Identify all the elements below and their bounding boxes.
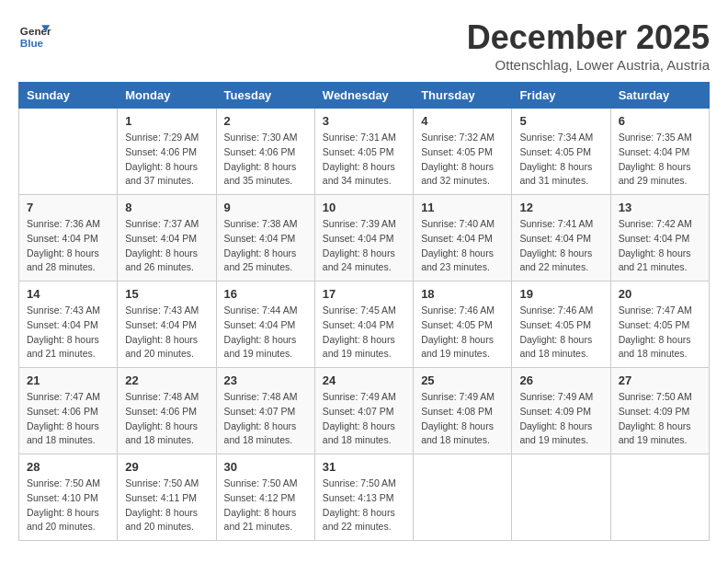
day-number: 16 bbox=[224, 287, 307, 301]
day-number: 15 bbox=[125, 287, 208, 301]
calendar-week-row: 1Sunrise: 7:29 AM Sunset: 4:06 PM Daylig… bbox=[19, 109, 710, 195]
weekday-header-tuesday: Tuesday bbox=[216, 83, 314, 109]
day-info: Sunrise: 7:47 AM Sunset: 4:06 PM Dayligh… bbox=[27, 390, 109, 448]
day-info: Sunrise: 7:30 AM Sunset: 4:06 PM Dayligh… bbox=[224, 131, 307, 189]
day-info: Sunrise: 7:50 AM Sunset: 4:11 PM Dayligh… bbox=[125, 477, 208, 534]
day-info: Sunrise: 7:37 AM Sunset: 4:04 PM Dayligh… bbox=[125, 217, 208, 275]
weekday-header-row: SundayMondayTuesdayWednesdayThursdayFrid… bbox=[19, 83, 710, 109]
day-number: 13 bbox=[619, 201, 701, 214]
calendar-day-cell bbox=[512, 454, 610, 541]
calendar-day-cell: 31Sunrise: 7:50 AM Sunset: 4:13 PM Dayli… bbox=[314, 454, 413, 541]
day-info: Sunrise: 7:42 AM Sunset: 4:04 PM Dayligh… bbox=[619, 217, 701, 275]
svg-text:Blue: Blue bbox=[20, 37, 44, 49]
day-number: 22 bbox=[125, 373, 208, 387]
day-number: 2 bbox=[224, 114, 307, 128]
day-number: 29 bbox=[125, 460, 208, 474]
day-info: Sunrise: 7:34 AM Sunset: 4:05 PM Dayligh… bbox=[519, 131, 602, 189]
day-number: 31 bbox=[323, 460, 405, 474]
day-info: Sunrise: 7:46 AM Sunset: 4:05 PM Dayligh… bbox=[421, 304, 504, 362]
page-header: General Blue December 2025 Ottenschlag, … bbox=[18, 18, 710, 73]
calendar-day-cell: 25Sunrise: 7:49 AM Sunset: 4:08 PM Dayli… bbox=[414, 368, 512, 454]
calendar-day-cell: 15Sunrise: 7:43 AM Sunset: 4:04 PM Dayli… bbox=[118, 282, 216, 368]
month-title: December 2025 bbox=[467, 18, 710, 57]
day-number: 8 bbox=[125, 201, 208, 214]
day-info: Sunrise: 7:50 AM Sunset: 4:10 PM Dayligh… bbox=[27, 477, 109, 534]
calendar-day-cell: 17Sunrise: 7:45 AM Sunset: 4:04 PM Dayli… bbox=[314, 282, 413, 368]
calendar-day-cell: 5Sunrise: 7:34 AM Sunset: 4:05 PM Daylig… bbox=[512, 109, 610, 195]
day-info: Sunrise: 7:40 AM Sunset: 4:04 PM Dayligh… bbox=[421, 217, 504, 275]
calendar-day-cell bbox=[414, 454, 512, 541]
day-number: 3 bbox=[323, 114, 405, 128]
day-info: Sunrise: 7:48 AM Sunset: 4:07 PM Dayligh… bbox=[224, 390, 307, 448]
location-title: Ottenschlag, Lower Austria, Austria bbox=[467, 57, 710, 73]
calendar-day-cell: 20Sunrise: 7:47 AM Sunset: 4:05 PM Dayli… bbox=[610, 282, 709, 368]
day-info: Sunrise: 7:39 AM Sunset: 4:04 PM Dayligh… bbox=[323, 217, 405, 275]
day-info: Sunrise: 7:47 AM Sunset: 4:05 PM Dayligh… bbox=[619, 304, 701, 362]
day-number: 5 bbox=[519, 114, 602, 128]
day-number: 10 bbox=[323, 201, 405, 214]
title-block: December 2025 Ottenschlag, Lower Austria… bbox=[467, 18, 710, 73]
day-info: Sunrise: 7:29 AM Sunset: 4:06 PM Dayligh… bbox=[125, 131, 208, 189]
day-number: 6 bbox=[619, 114, 701, 128]
calendar-day-cell: 8Sunrise: 7:37 AM Sunset: 4:04 PM Daylig… bbox=[118, 195, 216, 282]
day-number: 17 bbox=[323, 287, 405, 301]
calendar-day-cell: 6Sunrise: 7:35 AM Sunset: 4:04 PM Daylig… bbox=[610, 109, 709, 195]
day-number: 21 bbox=[27, 373, 109, 387]
day-number: 11 bbox=[421, 201, 504, 214]
calendar-day-cell bbox=[610, 454, 709, 541]
calendar-day-cell: 21Sunrise: 7:47 AM Sunset: 4:06 PM Dayli… bbox=[19, 368, 118, 454]
calendar-day-cell: 7Sunrise: 7:36 AM Sunset: 4:04 PM Daylig… bbox=[19, 195, 118, 282]
day-number: 4 bbox=[421, 114, 504, 128]
calendar-day-cell: 16Sunrise: 7:44 AM Sunset: 4:04 PM Dayli… bbox=[216, 282, 314, 368]
day-info: Sunrise: 7:49 AM Sunset: 4:09 PM Dayligh… bbox=[519, 390, 602, 448]
day-number: 23 bbox=[224, 373, 307, 387]
calendar-day-cell: 29Sunrise: 7:50 AM Sunset: 4:11 PM Dayli… bbox=[118, 454, 216, 541]
logo: General Blue bbox=[18, 18, 55, 52]
calendar-day-cell: 2Sunrise: 7:30 AM Sunset: 4:06 PM Daylig… bbox=[216, 109, 314, 195]
calendar-day-cell: 14Sunrise: 7:43 AM Sunset: 4:04 PM Dayli… bbox=[19, 282, 118, 368]
day-number: 20 bbox=[619, 287, 701, 301]
calendar-day-cell: 24Sunrise: 7:49 AM Sunset: 4:07 PM Dayli… bbox=[314, 368, 413, 454]
weekday-header-wednesday: Wednesday bbox=[314, 83, 413, 109]
day-info: Sunrise: 7:46 AM Sunset: 4:05 PM Dayligh… bbox=[519, 304, 602, 362]
day-info: Sunrise: 7:50 AM Sunset: 4:13 PM Dayligh… bbox=[323, 477, 405, 534]
calendar-day-cell: 1Sunrise: 7:29 AM Sunset: 4:06 PM Daylig… bbox=[118, 109, 216, 195]
day-info: Sunrise: 7:49 AM Sunset: 4:07 PM Dayligh… bbox=[323, 390, 405, 448]
day-info: Sunrise: 7:31 AM Sunset: 4:05 PM Dayligh… bbox=[323, 131, 405, 189]
calendar-day-cell: 28Sunrise: 7:50 AM Sunset: 4:10 PM Dayli… bbox=[19, 454, 118, 541]
day-info: Sunrise: 7:44 AM Sunset: 4:04 PM Dayligh… bbox=[224, 304, 307, 362]
day-info: Sunrise: 7:50 AM Sunset: 4:09 PM Dayligh… bbox=[619, 390, 701, 448]
day-info: Sunrise: 7:48 AM Sunset: 4:06 PM Dayligh… bbox=[125, 390, 208, 448]
calendar-week-row: 7Sunrise: 7:36 AM Sunset: 4:04 PM Daylig… bbox=[19, 195, 710, 282]
day-number: 24 bbox=[323, 373, 405, 387]
calendar-day-cell: 27Sunrise: 7:50 AM Sunset: 4:09 PM Dayli… bbox=[610, 368, 709, 454]
day-info: Sunrise: 7:45 AM Sunset: 4:04 PM Dayligh… bbox=[323, 304, 405, 362]
logo-icon: General Blue bbox=[18, 18, 51, 52]
calendar-day-cell: 26Sunrise: 7:49 AM Sunset: 4:09 PM Dayli… bbox=[512, 368, 610, 454]
day-number: 19 bbox=[519, 287, 602, 301]
day-number: 27 bbox=[619, 373, 701, 387]
day-number: 28 bbox=[27, 460, 109, 474]
day-number: 12 bbox=[519, 201, 602, 214]
calendar-week-row: 21Sunrise: 7:47 AM Sunset: 4:06 PM Dayli… bbox=[19, 368, 710, 454]
calendar-day-cell bbox=[19, 109, 118, 195]
day-number: 7 bbox=[27, 201, 109, 214]
day-number: 26 bbox=[519, 373, 602, 387]
day-info: Sunrise: 7:49 AM Sunset: 4:08 PM Dayligh… bbox=[421, 390, 504, 448]
day-info: Sunrise: 7:50 AM Sunset: 4:12 PM Dayligh… bbox=[224, 477, 307, 534]
day-number: 30 bbox=[224, 460, 307, 474]
calendar-day-cell: 3Sunrise: 7:31 AM Sunset: 4:05 PM Daylig… bbox=[314, 109, 413, 195]
day-number: 14 bbox=[27, 287, 109, 301]
day-info: Sunrise: 7:41 AM Sunset: 4:04 PM Dayligh… bbox=[519, 217, 602, 275]
calendar-day-cell: 23Sunrise: 7:48 AM Sunset: 4:07 PM Dayli… bbox=[216, 368, 314, 454]
calendar-day-cell: 10Sunrise: 7:39 AM Sunset: 4:04 PM Dayli… bbox=[314, 195, 413, 282]
day-info: Sunrise: 7:35 AM Sunset: 4:04 PM Dayligh… bbox=[619, 131, 701, 189]
calendar-day-cell: 19Sunrise: 7:46 AM Sunset: 4:05 PM Dayli… bbox=[512, 282, 610, 368]
weekday-header-thursday: Thursday bbox=[414, 83, 512, 109]
calendar-day-cell: 13Sunrise: 7:42 AM Sunset: 4:04 PM Dayli… bbox=[610, 195, 709, 282]
calendar-day-cell: 18Sunrise: 7:46 AM Sunset: 4:05 PM Dayli… bbox=[414, 282, 512, 368]
day-number: 25 bbox=[421, 373, 504, 387]
calendar-week-row: 14Sunrise: 7:43 AM Sunset: 4:04 PM Dayli… bbox=[19, 282, 710, 368]
calendar-day-cell: 22Sunrise: 7:48 AM Sunset: 4:06 PM Dayli… bbox=[118, 368, 216, 454]
calendar-day-cell: 12Sunrise: 7:41 AM Sunset: 4:04 PM Dayli… bbox=[512, 195, 610, 282]
